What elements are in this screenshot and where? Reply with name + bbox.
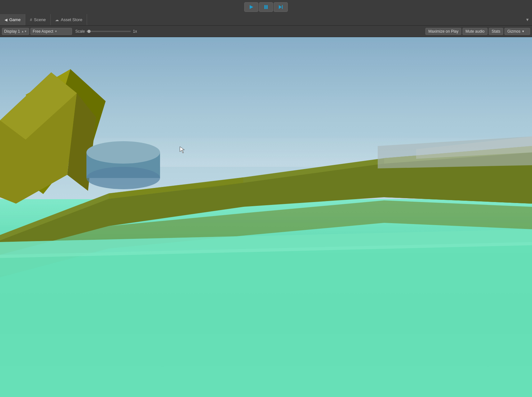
play-button[interactable] xyxy=(244,2,258,12)
tab-game-label: Game xyxy=(9,17,20,22)
scale-value: 1x xyxy=(133,29,137,34)
pause-button[interactable] xyxy=(259,2,273,12)
svg-rect-2 xyxy=(266,5,268,9)
svg-point-20 xyxy=(86,167,160,189)
mute-audio-button[interactable]: Mute audio xyxy=(463,28,487,35)
svg-rect-4 xyxy=(282,5,283,9)
tab-asset-store-label: Asset Store xyxy=(61,17,82,22)
svg-marker-0 xyxy=(250,5,253,9)
tab-scene[interactable]: # Scene xyxy=(25,14,51,25)
playback-bar xyxy=(0,0,532,14)
tab-overflow-button[interactable]: ▼ xyxy=(523,14,532,25)
toolbar: Display 1 ▲▼ Free Aspect ▼ Scale 1x Maxi… xyxy=(0,26,532,37)
svg-marker-23 xyxy=(0,242,532,397)
display-select-arrow: ▲▼ xyxy=(21,30,27,33)
gizmos-arrow-icon: ▼ xyxy=(522,30,525,33)
scale-slider-container: 1x xyxy=(86,29,137,34)
game-tab-icon: ◀ xyxy=(4,18,7,22)
asset-store-tab-icon: ☁ xyxy=(55,18,59,22)
aspect-select[interactable]: Free Aspect ▼ xyxy=(30,28,72,35)
svg-rect-1 xyxy=(264,5,266,9)
display-select-label: Display 1 xyxy=(4,29,20,34)
scene-tab-icon: # xyxy=(30,18,32,22)
tab-bar: ◀ Game # Scene ☁ Asset Store ▼ xyxy=(0,14,532,26)
game-viewport[interactable] xyxy=(0,37,532,397)
skip-button[interactable] xyxy=(274,2,288,12)
stats-button[interactable]: Stats xyxy=(489,28,503,35)
aspect-select-label: Free Aspect xyxy=(33,29,53,34)
scale-label: Scale xyxy=(75,29,85,34)
maximize-on-play-button[interactable]: Maximize on Play xyxy=(425,28,461,35)
gizmos-button[interactable]: Gizmos ▼ xyxy=(504,28,530,35)
aspect-select-arrow: ▼ xyxy=(54,30,57,33)
terrain-svg xyxy=(0,37,532,397)
tab-asset-store[interactable]: ☁ Asset Store xyxy=(51,14,87,25)
svg-point-19 xyxy=(86,141,160,164)
tab-game[interactable]: ◀ Game xyxy=(0,14,25,25)
svg-marker-3 xyxy=(279,5,282,9)
display-select[interactable]: Display 1 ▲▼ xyxy=(2,28,29,35)
tab-scene-label: Scene xyxy=(34,17,46,22)
scale-slider-thumb xyxy=(87,30,91,33)
scale-slider[interactable] xyxy=(86,31,131,32)
